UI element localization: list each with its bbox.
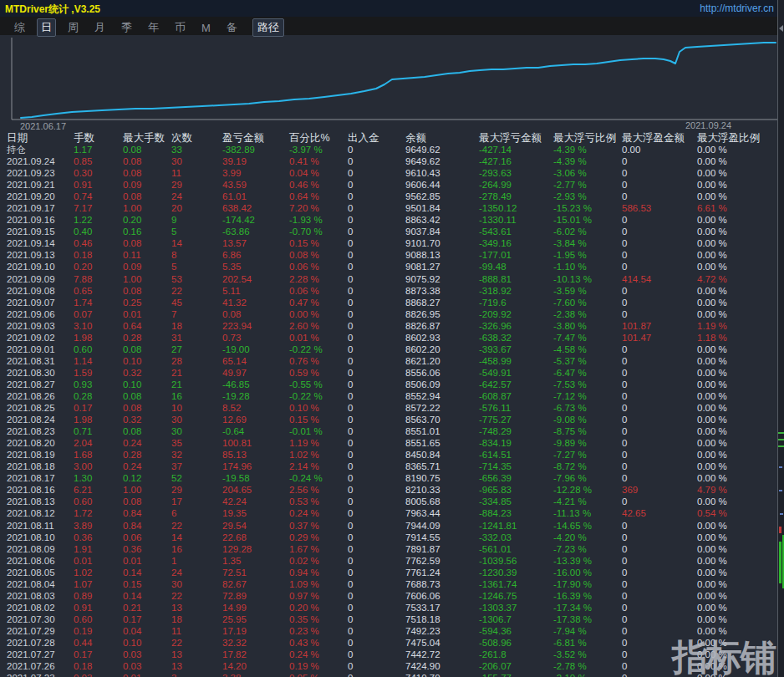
menu-item-币[interactable]: 币 [171, 18, 190, 37]
table-row[interactable]: 2021.07.300.600.171825.950.35 %07518.18-… [0, 613, 784, 625]
cell-手数: 0.89 [74, 590, 92, 602]
table-row[interactable]: 2021.09.033.100.6418223.942.60 %08826.87… [0, 320, 784, 332]
table-row[interactable]: 2021.09.150.400.165-63.86-0.70 %09037.84… [0, 226, 784, 237]
cell-余额: 7762.59 [405, 555, 440, 567]
table-row[interactable]: 2021.09.140.460.081413.570.15 %09101.70-… [0, 237, 784, 249]
menu-item-季[interactable]: 季 [117, 18, 136, 37]
cell-余额: 8190.75 [405, 472, 440, 484]
cell-最大浮亏比例: -12.28 % [553, 484, 592, 496]
cell-百分比%: 0.20 % [289, 602, 319, 613]
table-row[interactable]: 2021.08.020.910.211314.990.20 %07533.17-… [0, 602, 784, 613]
cell-手数: 1.59 [74, 367, 92, 379]
table-row[interactable]: 2021.08.060.010.0111.350.02 %07762.59-10… [0, 555, 784, 567]
table-row[interactable]: 2021.08.113.890.842229.540.37 %07944.09-… [0, 520, 784, 532]
cell-日期: 2021.08.25 [7, 402, 55, 414]
cell-余额: 9606.44 [405, 179, 440, 191]
table-row[interactable]: 2021.08.260.280.0816-19.28-0.22 %08552.9… [0, 390, 784, 402]
window-title: MTDriver统计 ,V3.25 [5, 3, 100, 17]
table-row[interactable]: 2021.08.041.070.153082.671.09 %07688.73-… [0, 578, 784, 590]
table-row[interactable]: 2021.09.010.600.0827-19.00-0.22 %08602.2… [0, 344, 784, 355]
table-row[interactable]: 2021.09.100.200.0955.350.06 %09081.27-99… [0, 261, 784, 272]
menu-item-年[interactable]: 年 [144, 18, 163, 37]
table-row[interactable]: 2021.08.230.710.0830-0.64-0.01 %08551.01… [0, 425, 784, 437]
table-row[interactable]: 2021.08.030.890.142272.890.97 %07606.06-… [0, 590, 784, 602]
cell-手数: 0.17 [74, 649, 92, 660]
menu-item-日[interactable]: 日 [37, 18, 56, 37]
table-row[interactable]: 2021.08.171.300.1252-19.58-0.24 %08190.7… [0, 472, 784, 484]
table-row[interactable]: 2021.08.250.170.08108.520.10 %08572.22-5… [0, 402, 784, 414]
table-row[interactable]: 2021.09.161.220.209-174.42-1.93 %08863.4… [0, 214, 784, 226]
table-row[interactable]: 2021.08.121.720.84619.350.24 %07963.44-8… [0, 507, 784, 519]
cell-盈亏金额: 0.73 [222, 332, 241, 344]
cell-手数: 0.07 [74, 308, 92, 320]
position-row[interactable]: 持仓1.170.0833-382.89-3.97 %09649.62-427.1… [0, 144, 784, 155]
table-row[interactable]: 2021.09.021.980.28310.730.01 %08602.93-6… [0, 332, 784, 344]
path-button[interactable]: 路径 [252, 18, 284, 37]
menu-item-综[interactable]: 综 [10, 18, 29, 37]
table-row[interactable]: 2021.09.071.740.254541.320.47 %08868.27-… [0, 297, 784, 308]
cell-百分比%: 2.60 % [289, 320, 319, 332]
cell-手数: 1.02 [74, 567, 92, 578]
table-row[interactable]: 2021.09.210.910.092943.590.46 %09606.44-… [0, 179, 784, 191]
cell-最大浮亏金额: -1246.75 [479, 590, 517, 602]
table-row[interactable]: 2021.07.270.170.031317.820.24 %07442.72-… [0, 649, 784, 660]
cell-最大浮盈金额: 0 [622, 567, 627, 578]
cell-百分比%: -0.70 % [289, 226, 323, 237]
cell-出入金: 0 [348, 273, 353, 285]
cell-最大浮盈金额: 0.00 [622, 144, 640, 155]
cell-最大浮亏比例: -7.53 % [553, 379, 587, 390]
table-row[interactable]: 2021.08.301.590.322149.970.59 %08556.06-… [0, 367, 784, 379]
table-row[interactable]: 2021.08.051.020.142472.510.94 %07761.24-… [0, 567, 784, 578]
table-row[interactable]: 2021.09.240.850.083039.190.41 %09649.62-… [0, 155, 784, 167]
cell-出入金: 0 [348, 461, 353, 472]
cell-盈亏金额: 5.35 [222, 261, 241, 272]
table-row[interactable]: 2021.07.260.180.031314.200.19 %07424.90-… [0, 660, 784, 672]
menu-item-月[interactable]: 月 [90, 18, 109, 37]
cell-出入金: 0 [348, 578, 353, 590]
menu-item-周[interactable]: 周 [64, 18, 83, 37]
cell-百分比%: -3.97 % [289, 144, 323, 155]
table-row[interactable]: 2021.09.230.300.08113.990.04 %09610.43-2… [0, 167, 784, 179]
table-row[interactable]: 2021.08.091.910.3616129.281.67 %07891.87… [0, 543, 784, 555]
cell-出入金: 0 [348, 249, 353, 261]
cell-手数: 0.44 [74, 637, 92, 649]
table-row[interactable]: 2021.08.130.600.081742.240.53 %08005.68-… [0, 496, 784, 507]
edge-green-line [778, 445, 784, 447]
cell-盈亏金额: -0.64 [222, 425, 244, 437]
table-row[interactable]: 2021.08.270.930.1021-46.85-0.55 %08506.0… [0, 379, 784, 390]
cell-最大浮盈比例: 0.00 % [697, 532, 727, 543]
table-row[interactable]: 2021.08.183.000.2437174.962.14 %08365.71… [0, 461, 784, 472]
table-row[interactable]: 2021.08.191.680.283285.131.02 %08450.84-… [0, 449, 784, 461]
table-row[interactable]: 2021.09.060.070.0170.080.00 %08826.95-20… [0, 308, 784, 320]
cell-最大手数: 0.12 [123, 472, 141, 484]
cell-盈亏金额: 85.13 [222, 449, 247, 461]
cell-日期: 2021.08.12 [7, 507, 55, 519]
table-row[interactable]: 2021.09.200.740.082461.010.64 %09562.85-… [0, 191, 784, 202]
cell-最大手数: 0.08 [123, 344, 141, 355]
cell-盈亏金额: 25.95 [222, 613, 247, 625]
table-row[interactable]: 2021.09.080.650.08225.110.06 %08873.38-3… [0, 285, 784, 297]
cell-余额: 8602.20 [405, 344, 440, 355]
cell-最大浮亏金额: -1306.7 [479, 613, 512, 625]
cell-最大浮盈比例: 1.18 % [697, 332, 727, 344]
table-row[interactable]: 2021.09.097.881.0053202.542.28 %09075.92… [0, 273, 784, 285]
cell-出入金: 0 [348, 660, 353, 672]
cell-盈亏金额: -382.89 [222, 144, 255, 155]
table-row[interactable]: 2021.09.130.180.1186.860.08 %09088.13-17… [0, 249, 784, 261]
cell-手数: 0.03 [74, 672, 92, 677]
menu-item-M[interactable]: M [197, 20, 215, 36]
table-row[interactable]: 2021.09.177.171.0020638.427.20 %09501.84… [0, 202, 784, 214]
table-row[interactable]: 2021.08.241.980.323012.690.15 %08563.70-… [0, 414, 784, 425]
cell-手数: 3.00 [74, 461, 92, 472]
table-row[interactable]: 2021.07.290.190.041117.190.23 %07492.23-… [0, 625, 784, 637]
table-row[interactable]: 2021.08.100.360.061422.680.29 %07914.55-… [0, 532, 784, 543]
table-row[interactable]: 2021.08.311.140.102865.140.76 %08621.20-… [0, 355, 784, 367]
cell-手数: 0.60 [74, 613, 92, 625]
table-row[interactable]: 2021.07.230.030.0133.380.05 %07410.70-15… [0, 672, 784, 677]
table-row[interactable]: 2021.08.166.211.0029204.652.56 %08210.33… [0, 484, 784, 496]
menu-item-备[interactable]: 备 [222, 18, 242, 37]
cell-手数: 1.74 [74, 297, 92, 308]
table-row[interactable]: 2021.07.280.440.102232.320.43 %07475.04-… [0, 637, 784, 649]
cell-出入金: 0 [348, 496, 353, 507]
table-row[interactable]: 2021.08.202.040.2435100.811.19 %08551.65… [0, 437, 784, 449]
